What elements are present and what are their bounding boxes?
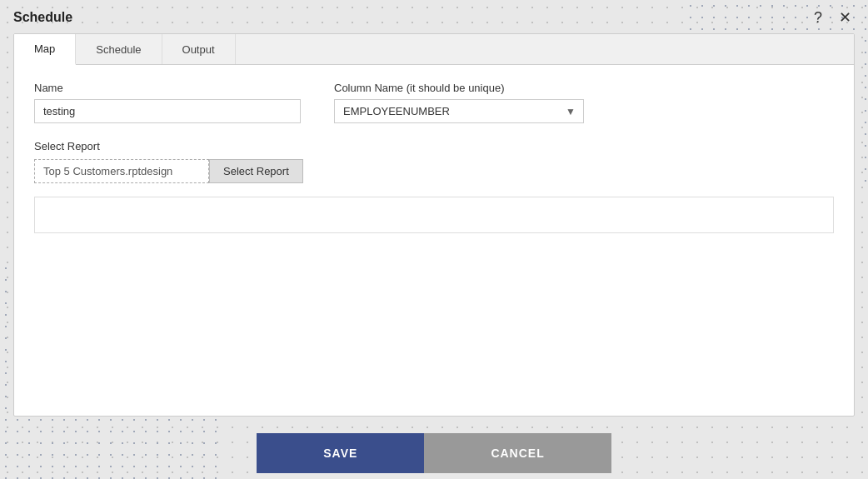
tab-output[interactable]: Output — [162, 34, 236, 64]
column-name-group: Column Name (it should be unique) EMPLOY… — [334, 82, 834, 123]
empty-content-box — [34, 197, 834, 233]
name-input[interactable] — [34, 99, 301, 123]
dialog-footer: SAVE CANCEL — [0, 417, 868, 473]
content-panel: Map Schedule Output Name Column Name (it… — [13, 33, 855, 417]
form-row-name-column: Name Column Name (it should be unique) E… — [34, 82, 834, 123]
select-report-section: Select Report Select Report — [34, 140, 834, 183]
name-label: Name — [34, 82, 301, 94]
select-report-button[interactable]: Select Report — [209, 159, 303, 183]
column-name-select[interactable]: EMPLOYEENUMBER — [334, 99, 584, 123]
cancel-button[interactable]: CANCEL — [424, 433, 611, 473]
close-button[interactable]: ✕ — [836, 8, 855, 27]
dialog-title: Schedule — [13, 10, 72, 25]
tab-map[interactable]: Map — [14, 34, 76, 65]
tab-bar: Map Schedule Output — [14, 34, 854, 65]
column-select-wrapper: EMPLOYEENUMBER ▼ — [334, 99, 584, 123]
select-report-label: Select Report — [34, 140, 834, 152]
schedule-dialog: Schedule ? ✕ Map Schedule Output Name Co… — [0, 0, 868, 479]
name-group: Name — [34, 82, 301, 123]
save-button[interactable]: SAVE — [257, 433, 424, 473]
header-icons: ? ✕ — [811, 8, 855, 27]
tab-schedule[interactable]: Schedule — [76, 34, 162, 64]
help-button[interactable]: ? — [811, 8, 826, 27]
report-file-input[interactable] — [34, 159, 209, 183]
dialog-header: Schedule ? ✕ — [0, 0, 868, 33]
column-name-label: Column Name (it should be unique) — [334, 82, 834, 94]
select-report-row: Select Report — [34, 159, 834, 183]
form-area: Name Column Name (it should be unique) E… — [14, 65, 854, 250]
